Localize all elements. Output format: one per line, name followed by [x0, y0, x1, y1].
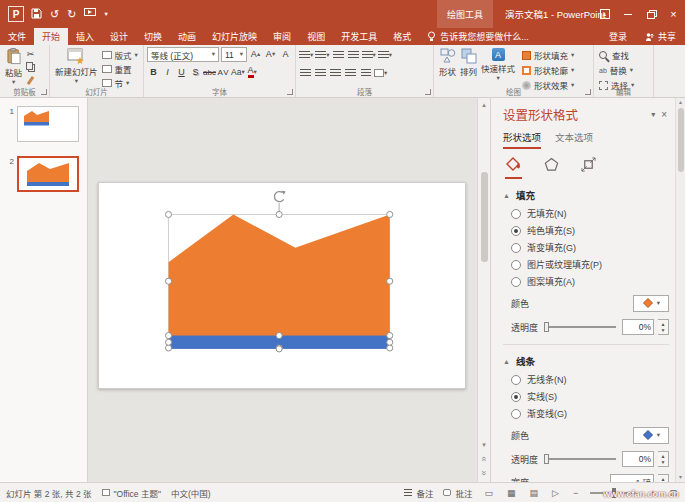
orange-freeform-shape[interactable]: [169, 214, 390, 340]
slide-number-indicator[interactable]: 幻灯片 第 2 张, 共 2 张: [6, 487, 92, 499]
undo-button[interactable]: ↺: [50, 9, 59, 20]
pane-close-button[interactable]: ×: [659, 109, 669, 120]
scroll-down-arrow[interactable]: ▾: [478, 438, 490, 452]
line-section-header[interactable]: ▲线条: [503, 354, 669, 368]
align-left-button[interactable]: [299, 66, 312, 80]
convert-smartart-button[interactable]: ▾: [374, 66, 387, 80]
increase-indent-button[interactable]: [347, 48, 360, 62]
sign-in-button[interactable]: 登录: [600, 28, 636, 45]
tab-transitions[interactable]: 切换: [136, 28, 170, 45]
scrollbar-thumb[interactable]: [481, 172, 488, 262]
change-case-button[interactable]: Aa▾: [231, 65, 245, 79]
slide-2-image[interactable]: [17, 156, 79, 192]
cut-button[interactable]: ✂: [24, 49, 37, 59]
shrink-font-button[interactable]: A▾: [264, 47, 277, 61]
tab-slideshow[interactable]: 幻灯片放映: [204, 28, 265, 45]
text-direction-button[interactable]: ▾: [378, 48, 392, 62]
restore-button[interactable]: [639, 0, 662, 28]
canvas-vertical-scrollbar[interactable]: ▴ ▾ « »: [477, 98, 490, 482]
tab-insert[interactable]: 插入: [68, 28, 102, 45]
slider-thumb[interactable]: [544, 322, 549, 332]
new-slide-button[interactable]: 新建幻灯片 ▾: [53, 47, 100, 86]
size-properties-category-button[interactable]: [581, 157, 596, 179]
minimize-button[interactable]: [616, 0, 639, 28]
paste-button[interactable]: 粘贴 ▾: [3, 47, 24, 86]
tab-file[interactable]: 文件: [0, 28, 34, 45]
tab-home[interactable]: 开始: [34, 28, 68, 45]
slide-editing-surface[interactable]: [98, 182, 466, 389]
effects-category-button[interactable]: [544, 157, 559, 179]
save-button[interactable]: [31, 8, 42, 21]
line-transparency-spinner[interactable]: ▲▼: [658, 451, 669, 467]
radio-pattern-fill[interactable]: 图案填充(A): [511, 275, 669, 288]
strikethrough-button[interactable]: abc: [203, 65, 216, 79]
drawing-dialog-launcher[interactable]: [585, 89, 591, 95]
replace-button[interactable]: ab替换▾: [597, 64, 636, 76]
clear-formatting-button[interactable]: A: [279, 47, 292, 61]
slide-thumbnail-2[interactable]: 2: [4, 156, 81, 192]
font-color-button[interactable]: A▾: [246, 65, 259, 79]
pane-scroll-up-arrow[interactable]: ▴: [679, 98, 682, 105]
bold-button[interactable]: B: [147, 65, 160, 79]
fill-transparency-value[interactable]: 0%: [622, 319, 654, 335]
tab-design[interactable]: 设计: [102, 28, 136, 45]
decrease-indent-button[interactable]: [332, 48, 345, 62]
close-button[interactable]: ×: [662, 0, 685, 28]
slide-1-image[interactable]: [17, 106, 79, 142]
start-slideshow-button[interactable]: [84, 8, 96, 20]
fill-color-button[interactable]: ▾: [633, 295, 669, 312]
radio-no-line[interactable]: 无线条(N): [511, 373, 669, 386]
grow-font-button[interactable]: A▴: [249, 47, 262, 61]
slideshow-view-button[interactable]: ▷: [550, 488, 561, 498]
layout-button[interactable]: 版式▾: [100, 49, 140, 61]
slide-thumbnail-1[interactable]: 1: [4, 106, 81, 142]
pane-scrollbar[interactable]: ▴ ▾: [675, 98, 685, 482]
line-transparency-slider[interactable]: [544, 458, 616, 460]
shapes-button[interactable]: 形状: [437, 47, 458, 86]
reading-view-button[interactable]: ▤: [527, 488, 540, 498]
numbering-button[interactable]: ▾: [315, 48, 329, 62]
tab-developer[interactable]: 开发工具: [333, 28, 385, 45]
normal-view-button[interactable]: ▭: [482, 488, 495, 498]
slider-thumb[interactable]: [544, 454, 549, 464]
underline-button[interactable]: U: [175, 65, 188, 79]
quick-styles-button[interactable]: A 快速样式 ▾: [479, 47, 517, 86]
zoom-out-button[interactable]: −: [571, 488, 580, 498]
align-right-button[interactable]: [329, 66, 342, 80]
tell-me-box[interactable]: 告诉我您想要做什么...: [419, 28, 537, 45]
format-painter-button[interactable]: [24, 76, 37, 86]
pane-scrollbar-thumb[interactable]: [678, 108, 684, 172]
copy-button[interactable]: [24, 62, 37, 72]
next-slide-button[interactable]: »: [478, 466, 490, 480]
radio-picture-fill[interactable]: 图片或纹理填充(P): [511, 258, 669, 271]
tab-format[interactable]: 格式: [385, 28, 419, 45]
comments-button[interactable]: 批注: [443, 487, 472, 499]
radio-no-fill[interactable]: 无填充(N): [511, 207, 669, 220]
scroll-up-arrow[interactable]: ▴: [478, 98, 490, 112]
fill-line-category-button[interactable]: [505, 157, 522, 179]
theme-indicator[interactable]: "Office 主题": [102, 487, 161, 499]
pane-tab-shape-options[interactable]: 形状选项: [503, 130, 541, 149]
previous-slide-button[interactable]: «: [478, 452, 490, 466]
paragraph-dialog-launcher[interactable]: [425, 89, 431, 95]
line-spacing-button[interactable]: ▾: [362, 48, 376, 62]
shape-fill-button[interactable]: 形状填充▾: [520, 49, 576, 61]
bullets-button[interactable]: ▾: [299, 48, 313, 62]
pane-menu-button[interactable]: ▾: [647, 110, 659, 119]
character-spacing-button[interactable]: AV: [217, 65, 230, 79]
fill-transparency-slider[interactable]: [544, 326, 616, 328]
radio-solid-fill[interactable]: 纯色填充(S): [511, 224, 669, 237]
tab-view[interactable]: 视图: [299, 28, 333, 45]
language-indicator[interactable]: 中文(中国): [171, 487, 211, 499]
font-name-combo[interactable]: 等线 (正文)▾: [147, 47, 219, 62]
line-color-button[interactable]: ▾: [633, 427, 669, 444]
fill-section-header[interactable]: ▲填充: [503, 188, 669, 202]
tab-review[interactable]: 审阅: [265, 28, 299, 45]
text-shadow-button[interactable]: S: [189, 65, 202, 79]
customize-qat-button[interactable]: ▾: [104, 11, 107, 18]
redo-button[interactable]: ↻: [67, 9, 76, 20]
arrange-button[interactable]: 排列: [458, 47, 479, 86]
font-dialog-launcher[interactable]: [287, 89, 293, 95]
pane-scroll-down-arrow[interactable]: ▾: [679, 473, 682, 480]
fill-transparency-spinner[interactable]: ▲▼: [658, 319, 669, 335]
